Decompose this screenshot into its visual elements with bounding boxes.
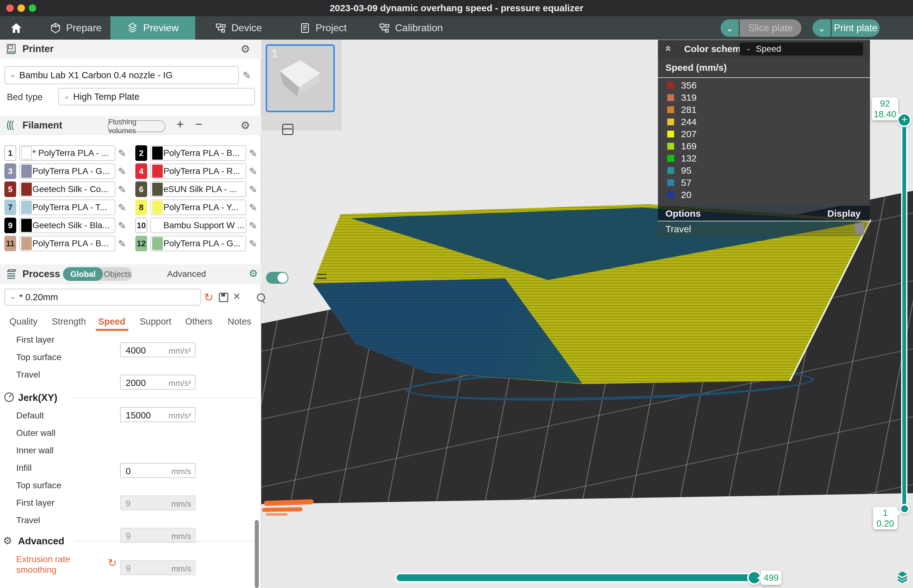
advanced-toggle[interactable] bbox=[266, 272, 288, 284]
tab-preview[interactable]: Preview bbox=[110, 16, 195, 40]
legend-swatch bbox=[667, 143, 674, 150]
filament-badge[interactable]: 1 bbox=[4, 145, 16, 161]
add-filament-button[interactable]: + bbox=[176, 117, 184, 131]
chevron-down-icon: ⌄ bbox=[9, 69, 16, 79]
printer-edit-icon[interactable]: ✎ bbox=[242, 69, 251, 81]
print-dropdown-button[interactable]: ⌄ bbox=[813, 19, 831, 37]
tab-notes[interactable]: Notes bbox=[228, 317, 251, 327]
jerk-outer-wall-field[interactable]: 9mm/s bbox=[120, 495, 196, 510]
filament-edit-icon[interactable]: ✎ bbox=[118, 238, 126, 250]
parameter-list-icon[interactable] bbox=[317, 274, 326, 284]
filament-swatch bbox=[21, 147, 32, 160]
filament-edit-icon[interactable]: ✎ bbox=[118, 166, 126, 178]
sidebar: Printer ⚙ ⌄ Bambu Lab X1 Carbon 0.4 nozz… bbox=[0, 40, 261, 588]
filament-edit-icon[interactable]: ✎ bbox=[249, 184, 257, 195]
search-icon[interactable] bbox=[257, 293, 265, 302]
filament-edit-icon[interactable]: ✎ bbox=[118, 147, 126, 159]
slice-plate-button[interactable]: Slice plate bbox=[740, 19, 802, 37]
process-preset-select[interactable]: ⌄ * 0.20mm bbox=[4, 289, 201, 305]
jerk-infill-field[interactable]: 9mm/s bbox=[120, 560, 196, 575]
filament-field[interactable]: PolyTerra PLA - B... bbox=[19, 236, 115, 251]
jerk-inner-wall-field[interactable]: 9mm/s bbox=[120, 528, 196, 543]
filament-badge[interactable]: 9 bbox=[4, 218, 16, 233]
printer-preset-select[interactable]: ⌄ Bambu Lab X1 Carbon 0.4 nozzle - IG bbox=[4, 66, 239, 84]
filament-field[interactable]: Bambu Support W ... bbox=[150, 218, 246, 233]
filament-field[interactable]: PolyTerra PLA - R... bbox=[150, 163, 246, 179]
first-layer-accel-field[interactable]: 4000mm/s² bbox=[120, 342, 196, 357]
filament-badge[interactable]: 7 bbox=[4, 200, 16, 215]
process-scope-toggle[interactable]: Global Objects bbox=[63, 267, 132, 281]
travel-accel-field[interactable]: 15000mm/s² bbox=[120, 407, 196, 422]
reset-preset-icon[interactable]: ↻ bbox=[204, 291, 213, 304]
sidebar-scrollbar[interactable] bbox=[255, 520, 259, 588]
filament-badge[interactable]: 4 bbox=[135, 163, 147, 179]
filament-field[interactable]: * PolyTerra PLA - ... bbox=[19, 145, 115, 161]
jerk-default-field[interactable]: 0mm/s bbox=[120, 463, 196, 478]
filament-edit-icon[interactable]: ✎ bbox=[118, 220, 126, 232]
tab-others[interactable]: Others bbox=[185, 317, 212, 327]
filament-badge[interactable]: 3 bbox=[4, 163, 16, 179]
collapse-icon[interactable]: « bbox=[663, 45, 675, 52]
active-tab-underline bbox=[96, 329, 128, 331]
filament-badge[interactable]: 6 bbox=[135, 181, 147, 197]
filament-badge[interactable]: 8 bbox=[135, 200, 147, 215]
layer-slider-track[interactable] bbox=[902, 120, 906, 509]
plate-thumbnail-model bbox=[272, 52, 328, 105]
tab-speed[interactable]: Speed bbox=[98, 317, 125, 327]
travel-checkbox[interactable] bbox=[855, 223, 864, 234]
filament-edit-icon[interactable]: ✎ bbox=[249, 147, 257, 159]
move-slider-track[interactable] bbox=[397, 574, 757, 581]
scope-global[interactable]: Global bbox=[63, 267, 103, 281]
bed-type-select[interactable]: ⌄ High Temp Plate bbox=[58, 88, 255, 105]
filament-field[interactable]: PolyTerra PLA - G... bbox=[19, 163, 115, 179]
filament-field[interactable]: PolyTerra PLA - B... bbox=[150, 145, 246, 161]
filament-field[interactable]: PolyTerra PLA - T... bbox=[19, 200, 115, 215]
reset-value-icon[interactable]: ↻ bbox=[108, 557, 117, 569]
filament-badge[interactable]: 12 bbox=[135, 236, 147, 251]
slice-dropdown-button[interactable]: ⌄ bbox=[721, 19, 739, 37]
print-plate-button[interactable]: Print plate bbox=[832, 19, 880, 37]
save-preset-icon[interactable] bbox=[219, 293, 228, 302]
filament-swatch bbox=[21, 165, 32, 178]
printer-settings-gear-icon[interactable]: ⚙ bbox=[241, 43, 250, 55]
filament-field[interactable]: PolyTerra PLA - Y... bbox=[150, 200, 246, 215]
tab-calibration[interactable]: Calibration bbox=[370, 16, 452, 40]
tab-device[interactable]: Device bbox=[206, 16, 271, 40]
filament-badge[interactable]: 2 bbox=[135, 145, 147, 161]
tab-quality[interactable]: Quality bbox=[9, 317, 37, 327]
legend-swatch bbox=[667, 167, 674, 174]
filament-edit-icon[interactable]: ✎ bbox=[118, 202, 126, 213]
filament-edit-icon[interactable]: ✎ bbox=[249, 166, 257, 178]
parameter-search-gear-icon[interactable]: ⚙ bbox=[249, 268, 258, 279]
ams-sync-icon[interactable] bbox=[282, 124, 293, 135]
scope-objects[interactable]: Objects bbox=[103, 267, 132, 281]
divider bbox=[75, 541, 254, 541]
filament-edit-icon[interactable]: ✎ bbox=[249, 202, 257, 213]
tab-prepare[interactable]: Prepare bbox=[40, 16, 111, 40]
flushing-volumes-button[interactable]: Flushing volumes bbox=[108, 120, 166, 132]
filament-edit-icon[interactable]: ✎ bbox=[249, 238, 257, 250]
filament-edit-icon[interactable]: ✎ bbox=[118, 184, 126, 195]
tab-support[interactable]: Support bbox=[140, 317, 171, 327]
filament-field[interactable]: Geetech Silk - Bla... bbox=[19, 218, 115, 233]
layers-toggle-icon[interactable] bbox=[895, 570, 909, 584]
remove-filament-button[interactable]: − bbox=[195, 117, 202, 131]
color-scheme-select[interactable]: ⌄ Speed bbox=[740, 42, 863, 55]
home-button[interactable] bbox=[6, 16, 27, 40]
filament-edit-icon[interactable]: ✎ bbox=[249, 220, 257, 232]
filament-field[interactable]: eSUN Silk PLA - ... bbox=[150, 181, 246, 197]
filament-field[interactable]: Geetech Silk - Co... bbox=[19, 181, 115, 197]
plate-thumbnail[interactable]: 1 bbox=[266, 44, 335, 112]
filament-field[interactable]: PolyTerra PLA - G... bbox=[150, 236, 246, 251]
filament-badge[interactable]: 11 bbox=[4, 236, 16, 251]
legend-item: 132 bbox=[658, 152, 870, 164]
top-surface-accel-field[interactable]: 2000mm/s² bbox=[120, 375, 196, 390]
filament-settings-gear-icon[interactable]: ⚙ bbox=[241, 119, 250, 132]
tab-project[interactable]: Project bbox=[290, 16, 356, 40]
filament-badge[interactable]: 5 bbox=[4, 181, 16, 197]
filament-badge[interactable]: 10 bbox=[135, 218, 147, 233]
close-icon[interactable]: × bbox=[233, 290, 240, 303]
tab-label: Prepare bbox=[66, 22, 102, 34]
advanced-toggle-label: Advanced bbox=[167, 269, 206, 279]
tab-strength[interactable]: Strength bbox=[52, 317, 86, 327]
